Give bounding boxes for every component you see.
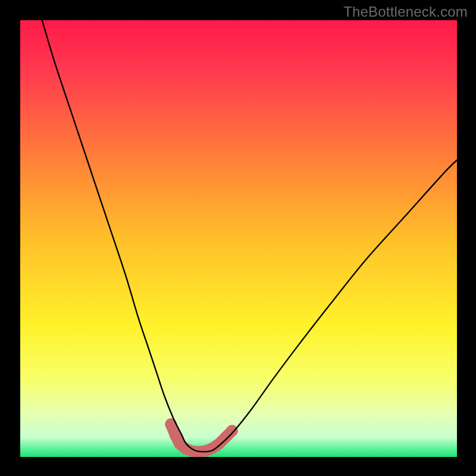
bottleneck-curve <box>42 20 457 452</box>
marker-dot <box>165 418 177 430</box>
plot-area <box>20 20 457 457</box>
chart-svg <box>20 20 457 457</box>
watermark-text: TheBottleneck.com <box>343 4 468 20</box>
marker-dot <box>226 425 238 437</box>
outer-frame: TheBottleneck.com <box>0 0 476 476</box>
